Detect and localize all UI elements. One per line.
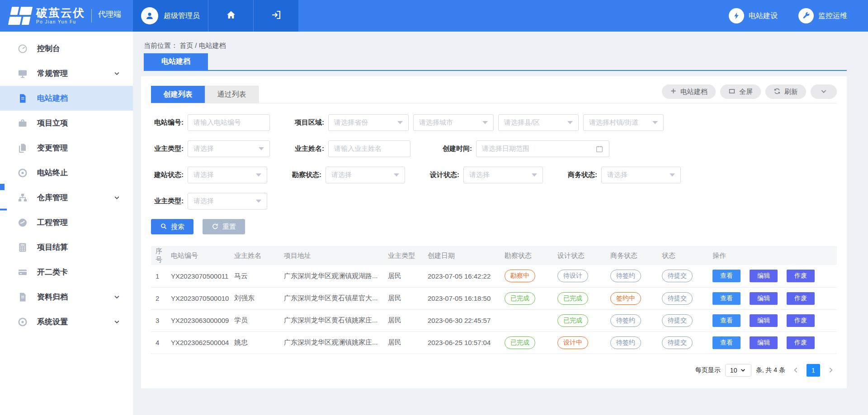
sidebar-item-label: 工程管理	[37, 217, 68, 228]
nav-station-build[interactable]: 电站建设	[729, 8, 778, 23]
plus-icon	[670, 88, 677, 96]
owner-type-select[interactable]: 请选择	[188, 140, 270, 157]
date-range-input[interactable]: 请选择日期范围	[476, 140, 609, 157]
nav-monitor-ops[interactable]: 监控运维	[798, 8, 847, 23]
search-button[interactable]: 搜索	[151, 219, 193, 234]
breadcrumb-home-link[interactable]: 首页	[179, 42, 193, 49]
filter-row-2: 业主类型: 请选择 业主姓名: 请输入业主姓名 创建时间: 请选择日期范围	[151, 140, 837, 157]
view-button[interactable]: 查看	[712, 314, 741, 327]
page-1-button[interactable]: 1	[807, 364, 820, 377]
sidebar-item-open-card[interactable]: 开二类卡	[0, 260, 133, 284]
logo-icon	[8, 7, 33, 25]
col-created: 创建日期	[428, 246, 505, 265]
invalidate-button[interactable]: 作废	[787, 270, 815, 282]
city-select[interactable]: 请选择城市	[413, 114, 494, 131]
tab-passed-list[interactable]: 通过列表	[205, 86, 259, 103]
logout-icon	[271, 9, 282, 22]
business-status-select[interactable]: 请选择	[601, 167, 681, 183]
nav-monitor-ops-label: 监控运维	[818, 11, 847, 21]
province-select[interactable]: 请选择省份	[328, 114, 409, 131]
logo[interactable]: 破茧云伏 Po Jian Yun Fu 代理端	[0, 0, 133, 32]
design-status-badge: 已完成	[557, 292, 588, 305]
edit-button[interactable]: 编辑	[750, 270, 778, 282]
tab-station-archive[interactable]: 电站建档	[144, 53, 208, 70]
station-no-input[interactable]: 请输入电站编号	[188, 114, 270, 131]
sidebar-item-project-settlement[interactable]: 项目结算	[0, 235, 133, 260]
sidebar-item-general-mgmt[interactable]: 常规管理	[0, 61, 133, 86]
refresh-button[interactable]: 刷新	[765, 84, 806, 99]
design-status-badge: 已完成	[557, 314, 588, 327]
view-button[interactable]: 查看	[712, 292, 741, 305]
home-button[interactable]	[208, 0, 253, 32]
chevron-down-icon	[113, 194, 120, 201]
sidebar-item-change-mgmt[interactable]: 变更管理	[0, 135, 133, 160]
reset-button[interactable]: 重置	[203, 219, 245, 234]
sidebar-item-station-terminate[interactable]: 电站终止	[0, 160, 133, 185]
view-button[interactable]: 查看	[712, 336, 741, 349]
sidebar-item-label: 项目结算	[37, 242, 68, 252]
chevron-down-icon	[113, 70, 120, 77]
create-station-button[interactable]: 电站建档	[662, 84, 716, 99]
refresh-icon	[774, 88, 781, 96]
cell-station-no: YX2023063000009	[171, 309, 234, 331]
station-no-label: 电站编号:	[151, 118, 184, 127]
owner-type2-select[interactable]: 请选择	[188, 193, 267, 210]
tab-create-list[interactable]: 创建列表	[151, 86, 205, 103]
sidebar-item-label: 变更管理	[37, 143, 68, 153]
collapse-button[interactable]	[811, 84, 837, 99]
chevron-left-icon	[792, 366, 800, 374]
sidebar-item-project-initiation[interactable]: 项目立项	[0, 111, 133, 135]
per-page-select[interactable]: 10	[725, 364, 751, 377]
filter-row-4: 业主类型: 请选择	[151, 193, 837, 210]
cell-address: 广东深圳龙华区黄石镇姚家庄...	[284, 309, 388, 331]
cell-index: 3	[151, 309, 171, 331]
cell-index: 2	[151, 287, 171, 309]
design-status-select[interactable]: 请选择	[463, 167, 543, 183]
cell-address: 广东深圳龙华区观澜镇观湖路...	[284, 265, 388, 287]
invalidate-button[interactable]: 作废	[787, 292, 815, 305]
settings-icon	[17, 317, 28, 327]
invalidate-button[interactable]: 作废	[787, 336, 815, 349]
logo-subtitle: Po Jian Yun Fu	[36, 20, 85, 25]
owner-name-input[interactable]: 请输入业主姓名	[328, 140, 410, 157]
caret-down-icon	[259, 147, 264, 150]
cell-address: 广东深圳龙华区观澜镇姚家庄...	[284, 331, 388, 354]
edit-button[interactable]: 编辑	[750, 336, 778, 349]
survey-status-badge: 已完成	[505, 292, 535, 305]
invalidate-button[interactable]: 作废	[787, 314, 815, 327]
scrollbar-thumb[interactable]	[0, 184, 5, 190]
table-row: 4 YX2023062500004 姚忠 广东深圳龙华区观澜镇姚家庄... 居民…	[151, 331, 837, 354]
owner-type-label: 业主类型:	[151, 145, 184, 153]
prev-page-button[interactable]	[790, 366, 802, 374]
build-status-select[interactable]: 请选择	[188, 167, 267, 183]
card-icon	[17, 267, 28, 278]
survey-status-select[interactable]: 请选择	[326, 167, 405, 183]
caret-down-icon	[482, 121, 488, 124]
table-row: 1 YX2023070500011 马云 广东深圳龙华区观澜镇观湖路... 居民…	[151, 265, 837, 287]
sidebar-item-engineering-mgmt[interactable]: 工程管理	[0, 210, 133, 235]
user-menu[interactable]: 超级管理员	[133, 0, 208, 32]
sidebar-item-console[interactable]: 控制台	[0, 36, 133, 61]
county-select[interactable]: 请选择县/区	[498, 114, 579, 131]
edit-button[interactable]: 编辑	[750, 314, 778, 327]
cell-index: 4	[151, 331, 171, 354]
breadcrumb-current: 电站建档	[199, 42, 226, 49]
edit-button[interactable]: 编辑	[750, 292, 778, 305]
toolbar: 电站建档 全屏 刷新	[662, 84, 837, 103]
logout-button[interactable]	[253, 0, 298, 32]
sidebar-item-data-archive[interactable]: 资料归档	[0, 284, 133, 309]
village-select[interactable]: 请选择村镇/街道	[583, 114, 664, 131]
fullscreen-button[interactable]: 全屏	[720, 84, 761, 99]
chevron-right-icon	[827, 366, 835, 374]
dashboard-icon	[17, 43, 28, 54]
caret-down-icon	[567, 121, 573, 124]
caret-down-icon	[394, 173, 399, 177]
sidebar-item-warehouse-mgmt[interactable]: 仓库管理	[0, 185, 133, 210]
filter-row-3: 建站状态: 请选择 勘察状态: 请选择 设计状态: 请选择 商务状态: 请选择	[151, 167, 837, 183]
next-page-button[interactable]	[825, 366, 837, 374]
view-button[interactable]: 查看	[712, 270, 741, 282]
sidebar-item-system-settings[interactable]: 系统设置	[0, 309, 133, 334]
sidebar-item-station-archive[interactable]: 电站建档	[0, 86, 133, 111]
breadcrumb-prefix: 当前位置：	[144, 42, 178, 49]
caret-down-icon	[652, 121, 658, 124]
